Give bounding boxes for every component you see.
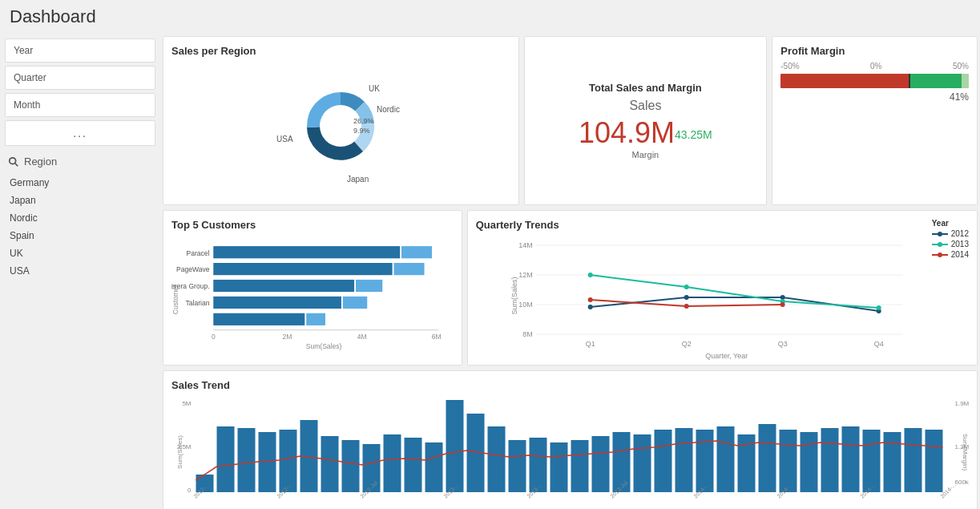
svg-text:Paracel: Paracel <box>187 249 210 257</box>
svg-text:5M: 5M <box>182 400 191 407</box>
svg-text:Q4: Q4 <box>873 340 883 348</box>
svg-point-59 <box>587 297 592 302</box>
svg-rect-101 <box>842 426 860 492</box>
region-nordic[interactable]: Nordic <box>5 209 155 227</box>
margin-label: Margin <box>579 150 712 160</box>
svg-point-51 <box>587 305 592 309</box>
svg-text:Sum(Sales): Sum(Sales) <box>510 277 518 314</box>
pm-light-bar <box>962 74 969 88</box>
svg-point-61 <box>780 302 784 307</box>
quarterly-title: Quarterly Trends <box>476 219 969 231</box>
pm-axis: -50% 0% 50% <box>780 62 969 71</box>
sales-value: 104.9M <box>579 116 675 149</box>
svg-text:USA: USA <box>276 135 293 143</box>
sales-trend-card: Sales Trend 5M 2.5M 0 Sum(Sales) 1.9M 1.… <box>163 370 978 509</box>
svg-text:10M: 10M <box>518 301 533 309</box>
top5-customers-card: Top 5 Customers Customer Paracel PageWav… <box>163 210 462 366</box>
legend-2013: 2013 <box>932 240 969 248</box>
svg-rect-93 <box>676 428 693 492</box>
svg-text:0: 0 <box>212 333 216 341</box>
svg-rect-84 <box>488 426 506 492</box>
region-spain[interactable]: Spain <box>5 227 155 244</box>
svg-rect-11 <box>213 246 400 258</box>
year-filter-btn[interactable]: Year <box>5 38 155 63</box>
svg-rect-103 <box>884 432 901 492</box>
svg-point-58 <box>876 305 881 310</box>
total-sales-title: Total Sales and Margin <box>589 82 702 94</box>
svg-rect-73 <box>259 432 276 492</box>
quarterly-trends-card: Quarterly Trends Year 2012 2013 2014 <box>467 210 978 366</box>
svg-rect-21 <box>343 297 367 309</box>
svg-rect-72 <box>238 428 256 492</box>
dashboard-title: Dashboard <box>0 0 980 34</box>
svg-point-60 <box>684 304 688 309</box>
pm-marker <box>909 74 910 88</box>
svg-rect-12 <box>401 246 432 258</box>
region-uk[interactable]: UK <box>5 244 155 262</box>
svg-text:Q3: Q3 <box>777 340 787 348</box>
svg-text:Sum(Sales): Sum(Sales) <box>176 435 183 469</box>
sales-trend-chart: 5M 2.5M 0 Sum(Sales) 1.9M 1.2M 600k Sum(… <box>171 396 969 500</box>
profit-margin-title: Profit Margin <box>780 45 969 57</box>
pm-red-bar <box>780 74 909 88</box>
sales-per-region-title: Sales per Region <box>171 45 510 57</box>
svg-rect-104 <box>905 428 922 492</box>
svg-rect-76 <box>321 436 339 492</box>
svg-text:9.9%: 9.9% <box>353 127 370 135</box>
svg-text:6M: 6M <box>432 333 442 341</box>
more-filter-btn[interactable]: ... <box>5 120 155 146</box>
region-usa[interactable]: USA <box>5 262 155 280</box>
svg-text:UK: UK <box>369 84 380 93</box>
svg-text:8M: 8M <box>522 330 533 338</box>
svg-rect-24 <box>306 313 325 325</box>
svg-rect-85 <box>509 440 526 492</box>
svg-point-55 <box>587 273 592 277</box>
svg-point-36 <box>938 252 942 257</box>
quarter-filter-btn[interactable]: Quarter <box>5 66 155 90</box>
svg-rect-89 <box>592 436 610 492</box>
month-filter-btn[interactable]: Month <box>5 93 155 117</box>
svg-text:Deak-Perera Group.: Deak-Perera Group. <box>171 282 210 290</box>
svg-rect-82 <box>446 400 464 492</box>
svg-point-0 <box>10 157 16 164</box>
svg-text:1.9M: 1.9M <box>955 400 970 407</box>
svg-text:Nordic: Nordic <box>377 105 400 114</box>
region-search-label: Region <box>5 149 155 171</box>
svg-point-32 <box>938 232 942 236</box>
profit-margin-bar <box>780 74 969 88</box>
sales-label: Sales <box>579 99 712 113</box>
search-icon <box>8 156 19 168</box>
svg-text:Quarter, Year: Quarter, Year <box>705 352 748 360</box>
quarterly-chart: 14M 12M 10M 8M Q1 Q2 Q3 Q4 Quarter, Year <box>476 236 969 360</box>
svg-rect-20 <box>213 297 341 309</box>
svg-rect-100 <box>821 428 839 492</box>
region-list: Germany Japan Nordic Spain UK USA <box>5 174 155 280</box>
total-sales-card: Total Sales and Margin Sales 104.9M43.25… <box>524 36 768 205</box>
svg-text:Q1: Q1 <box>585 340 595 348</box>
region-japan[interactable]: Japan <box>5 192 155 209</box>
svg-text:2M: 2M <box>283 333 292 341</box>
svg-rect-18 <box>356 280 382 292</box>
svg-rect-17 <box>213 280 354 292</box>
svg-line-1 <box>15 163 18 166</box>
qt-legend: Year 2012 2013 2014 <box>932 219 969 261</box>
legend-2014: 2014 <box>932 250 969 259</box>
svg-rect-105 <box>926 430 943 492</box>
svg-rect-15 <box>394 263 425 275</box>
profit-margin-card: Profit Margin -50% 0% 50% 41% <box>772 36 978 205</box>
svg-text:4M: 4M <box>357 333 367 341</box>
pm-value: 41% <box>780 91 969 103</box>
svg-text:600k: 600k <box>955 479 970 486</box>
svg-point-52 <box>684 295 688 300</box>
svg-text:Sum(Margin): Sum(Margin) <box>962 434 969 471</box>
svg-rect-99 <box>801 432 818 492</box>
svg-text:0: 0 <box>188 487 192 494</box>
svg-rect-88 <box>571 440 589 492</box>
svg-rect-91 <box>634 434 651 492</box>
svg-point-56 <box>684 285 688 289</box>
svg-point-34 <box>938 242 942 247</box>
top5-title: Top 5 Customers <box>171 219 454 231</box>
svg-text:PageWave: PageWave <box>176 265 210 273</box>
region-germany[interactable]: Germany <box>5 174 155 192</box>
sidebar: Year Quarter Month ... Region Germany Ja… <box>0 34 160 509</box>
